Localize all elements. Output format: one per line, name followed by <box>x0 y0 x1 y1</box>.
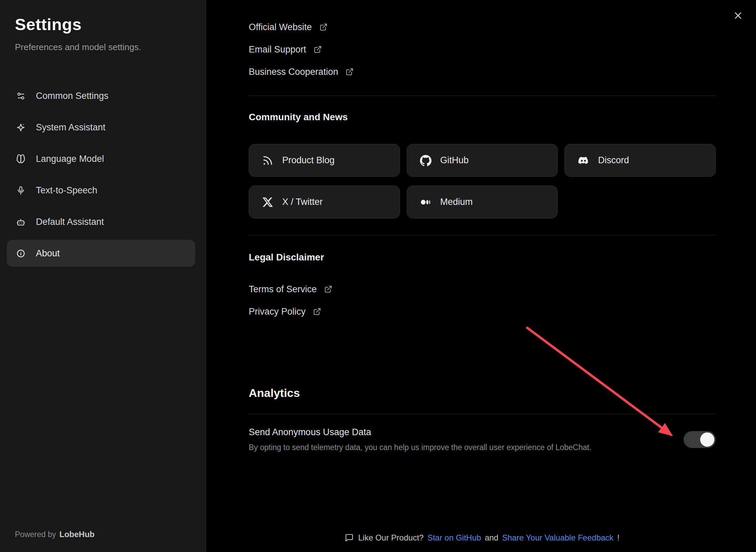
powered-by: Powered by LobeHub <box>15 530 94 539</box>
discord-button[interactable]: Discord <box>564 144 716 177</box>
official-website-link[interactable]: Official Website <box>249 20 716 34</box>
discord-icon <box>578 155 589 166</box>
sidebar-item-label: Text-to-Speech <box>36 185 97 196</box>
sidebar-item-label: System Assistant <box>36 122 106 133</box>
footer-text: ! <box>617 533 620 543</box>
external-link-icon <box>314 45 322 54</box>
sidebar-item-label: Language Model <box>36 154 104 164</box>
external-link-icon <box>313 307 321 316</box>
sparkles-icon <box>16 123 25 132</box>
privacy-policy-link[interactable]: Privacy Policy <box>249 305 716 318</box>
message-square-icon <box>345 533 354 542</box>
usage-data-label: Send Anonymous Usage Data <box>249 427 592 438</box>
community-heading: Community and News <box>249 111 716 123</box>
usage-data-setting: Send Anonymous Usage Data By opting to s… <box>249 427 716 452</box>
divider <box>249 235 716 235</box>
community-buttons: Product Blog GitHub Discord X / Twitter <box>249 144 716 218</box>
feedback-footer: Like Our Product? Star on GitHub and Sha… <box>249 533 716 543</box>
powered-by-label: Powered by <box>15 530 56 539</box>
contact-us-heading: Contact Us <box>249 0 716 1</box>
share-feedback-link[interactable]: Share Your Valuable Feedback <box>502 533 614 543</box>
external-link-icon <box>346 68 354 76</box>
sidebar-item-label: Default Assistant <box>36 217 104 227</box>
legal-links: Terms of Service Privacy Policy <box>249 282 716 318</box>
sidebar-item-system-assistant[interactable]: System Assistant <box>7 114 195 141</box>
sidebar-item-about[interactable]: About <box>7 240 195 267</box>
divider <box>249 414 716 414</box>
sidebar-item-label: Common Settings <box>36 91 109 101</box>
external-link-icon <box>324 285 332 293</box>
x-twitter-button[interactable]: X / Twitter <box>249 186 400 218</box>
terms-of-service-link[interactable]: Terms of Service <box>249 282 716 296</box>
divider <box>249 95 716 96</box>
rss-icon <box>262 155 273 166</box>
about-settings-panel: Contact Us Official Website Email Suppor… <box>206 0 756 552</box>
settings-sidebar: Settings Preferences and model settings.… <box>0 0 206 552</box>
medium-icon <box>420 196 431 208</box>
page-subtitle: Preferences and model settings. <box>15 42 191 52</box>
toggle-knob <box>700 432 714 447</box>
github-icon <box>420 155 431 166</box>
usage-data-toggle[interactable] <box>684 431 716 448</box>
lobehub-brand[interactable]: LobeHub <box>59 530 94 539</box>
legal-heading: Legal Disclaimer <box>249 252 716 263</box>
brain-icon <box>16 154 25 164</box>
page-title: Settings <box>15 15 191 34</box>
usage-data-texts: Send Anonymous Usage Data By opting to s… <box>249 427 592 452</box>
external-link-icon <box>319 23 328 31</box>
info-icon <box>16 249 25 258</box>
email-support-link[interactable]: Email Support <box>249 43 716 56</box>
medium-button[interactable]: Medium <box>407 186 558 218</box>
sidebar-item-default-assistant[interactable]: Default Assistant <box>7 208 195 235</box>
bot-icon <box>16 217 25 227</box>
sidebar-item-text-to-speech[interactable]: Text-to-Speech <box>7 177 195 204</box>
sidebar-item-common-settings[interactable]: Common Settings <box>7 82 195 109</box>
usage-data-description: By opting to send telemetry data, you ca… <box>249 443 592 452</box>
analytics-heading: Analytics <box>249 386 716 400</box>
product-blog-button[interactable]: Product Blog <box>249 144 400 177</box>
contact-links: Official Website Email Support Business … <box>249 20 716 79</box>
github-button[interactable]: GitHub <box>407 144 558 177</box>
close-icon[interactable] <box>733 10 743 21</box>
sliders-icon <box>16 91 25 101</box>
star-on-github-link[interactable]: Star on GitHub <box>427 533 481 543</box>
mic-icon <box>16 186 25 195</box>
sidebar-item-language-model[interactable]: Language Model <box>7 145 195 172</box>
footer-text: Like Our Product? <box>358 533 423 543</box>
sidebar-item-label: About <box>36 248 60 259</box>
footer-text: and <box>485 533 498 543</box>
x-icon <box>262 196 273 208</box>
settings-nav: Common Settings System Assistant Languag… <box>7 82 195 267</box>
business-cooperation-link[interactable]: Business Cooperation <box>249 65 716 79</box>
